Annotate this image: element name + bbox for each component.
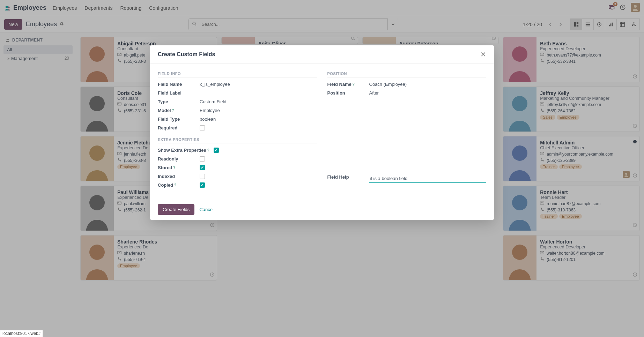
indexed-label: Indexed (158, 174, 200, 179)
type-value[interactable]: Custom Field (200, 99, 317, 104)
section-extra: EXTRA PROPERTIES (158, 137, 317, 143)
field-help-input[interactable] (369, 174, 487, 183)
indexed-checkbox[interactable] (200, 174, 205, 179)
position-value[interactable]: After (369, 90, 487, 96)
readonly-label: Readonly (158, 156, 200, 162)
cancel-button[interactable]: Cancel (199, 207, 213, 212)
help-icon[interactable]: ? (353, 82, 355, 86)
readonly-checkbox[interactable] (200, 156, 205, 162)
create-custom-fields-modal: Create Custom Fields ✕ FIELD INFO Field … (150, 45, 494, 220)
pos-field-name-label: Field Name ? (327, 82, 369, 87)
close-icon[interactable]: ✕ (480, 51, 486, 58)
required-checkbox[interactable] (200, 125, 205, 130)
modal-overlay: Create Custom Fields ✕ FIELD INFO Field … (0, 0, 644, 337)
type-label: Type (158, 99, 200, 104)
modal-title: Create Custom Fields (158, 51, 215, 58)
pos-field-name-value[interactable]: Coach (Employee) (369, 82, 487, 87)
required-label: Required (158, 125, 200, 130)
browser-status-bar: localhost:8017/web# (0, 330, 43, 337)
help-icon[interactable]: ? (173, 166, 175, 170)
help-icon[interactable]: ? (207, 148, 209, 152)
show-extra-label: Show Extra Properties ? (158, 148, 214, 153)
create-fields-button[interactable]: Create Fields (158, 204, 194, 215)
model-value[interactable]: Employee (200, 108, 317, 113)
modal-footer: Create Fields Cancel (150, 199, 494, 220)
section-field-info: FIELD INFO (158, 72, 317, 77)
help-icon[interactable]: ? (172, 108, 174, 112)
field-type-value[interactable]: boolean (200, 117, 317, 122)
modal-header: Create Custom Fields ✕ (150, 45, 494, 64)
position-label: Position (327, 90, 369, 96)
stored-label: Stored ? (158, 165, 200, 170)
field-name-value[interactable]: x_is_employee (200, 82, 317, 87)
section-position: POSITION (327, 72, 487, 77)
model-label: Model? (158, 108, 200, 113)
copied-label: Copied ? (158, 182, 200, 188)
stored-checkbox[interactable] (200, 165, 205, 170)
help-icon[interactable]: ? (174, 183, 176, 187)
show-extra-checkbox[interactable] (214, 148, 219, 153)
copied-checkbox[interactable] (200, 182, 205, 188)
field-type-label: Field Type (158, 117, 200, 122)
field-name-label: Field Name (158, 82, 200, 87)
field-help-label: Field Help (327, 174, 369, 180)
modal-body: FIELD INFO Field Namex_is_employee Field… (150, 64, 494, 199)
field-label-label: Field Label (158, 90, 200, 96)
